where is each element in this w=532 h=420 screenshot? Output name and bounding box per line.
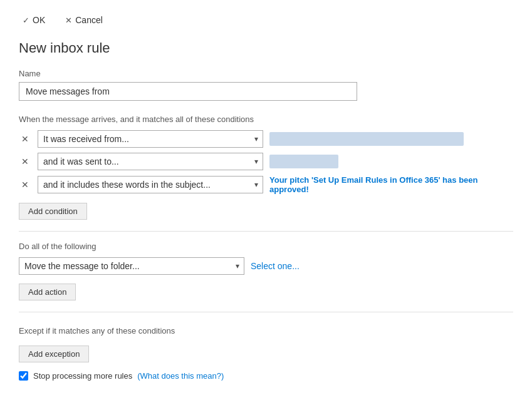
x-icon: ✕ — [65, 16, 72, 25]
condition-2-select-wrapper: and it was sent to... — [38, 153, 263, 170]
add-condition-button[interactable]: Add condition — [19, 203, 87, 220]
condition-row-3: ✕ and it includes these words in the sub… — [19, 175, 513, 194]
ok-label: OK — [33, 15, 45, 25]
approved-text: Your pitch 'Set Up Email Rules in Office… — [269, 175, 513, 194]
remove-condition-1-button[interactable]: ✕ — [19, 133, 31, 145]
add-exception-button[interactable]: Add exception — [19, 346, 89, 362]
action-select-wrapper: Move the message to folder... — [19, 257, 244, 275]
add-action-button[interactable]: Add action — [19, 284, 76, 300]
condition-row-2: ✕ and it was sent to... — [19, 153, 513, 170]
condition-2-select[interactable]: and it was sent to... — [38, 153, 263, 170]
exception-label: Except if it matches any of these condit… — [19, 326, 513, 335]
action-section-label: Do all of the following — [19, 242, 513, 251]
condition-3-select[interactable]: and it includes these words in the subje… — [38, 176, 263, 193]
condition-1-placeholder[interactable] — [269, 132, 464, 146]
remove-condition-3-button[interactable]: ✕ — [19, 178, 31, 191]
toolbar: ✓ OK ✕ Cancel — [19, 13, 513, 28]
condition-2-placeholder[interactable] — [269, 155, 338, 168]
condition-2-value — [269, 155, 338, 168]
page-title: New inbox rule — [19, 40, 513, 56]
select-one-link[interactable]: Select one... — [251, 261, 300, 271]
ok-button[interactable]: ✓ OK — [19, 13, 49, 28]
action-select[interactable]: Move the message to folder... — [19, 257, 244, 275]
stop-processing-label: Stop processing more rules — [33, 371, 132, 381]
checkmark-icon: ✓ — [23, 16, 29, 25]
condition-row-1: ✕ It was received from... — [19, 130, 513, 148]
cancel-label: Cancel — [75, 15, 103, 25]
conditions-section-label: When the message arrives, and it matches… — [19, 115, 513, 124]
name-input[interactable] — [19, 82, 357, 101]
name-label: Name — [19, 69, 513, 78]
condition-3-value: Your pitch 'Set Up Email Rules in Office… — [269, 175, 513, 194]
exception-section: Except if it matches any of these condit… — [19, 326, 513, 362]
what-does-this-mean-link[interactable]: (What does this mean?) — [137, 371, 224, 381]
stop-processing-checkbox[interactable] — [19, 371, 28, 381]
remove-condition-2-button[interactable]: ✕ — [19, 155, 31, 168]
action-row: Move the message to folder... Select one… — [19, 257, 513, 275]
condition-1-value — [269, 132, 464, 146]
condition-1-select[interactable]: It was received from... — [38, 130, 263, 148]
cancel-button[interactable]: ✕ Cancel — [61, 13, 107, 28]
condition-1-select-wrapper: It was received from... — [38, 130, 263, 148]
condition-3-select-wrapper: and it includes these words in the subje… — [38, 176, 263, 193]
stop-processing-row: Stop processing more rules (What does th… — [19, 371, 513, 381]
